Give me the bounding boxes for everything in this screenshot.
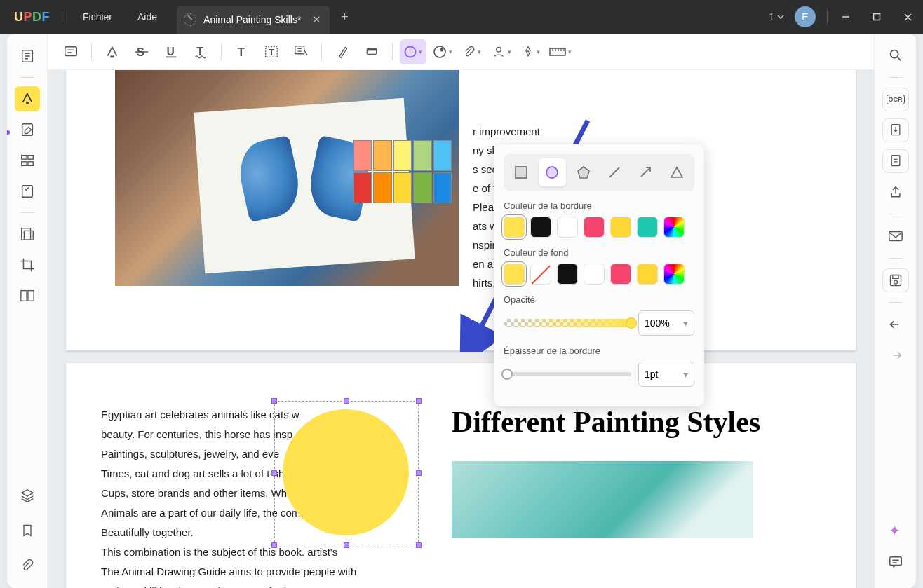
squiggly-tool[interactable]: T [187,39,214,64]
reader-mode-button[interactable] [15,43,40,69]
pencil-tool[interactable] [329,39,356,64]
convert-button[interactable] [882,118,909,142]
document-tab[interactable]: Animal Painting Skills* ✕ [177,6,330,34]
svg-rect-12 [65,46,77,55]
attach-tool[interactable]: ▾ [459,39,485,64]
svg-text:T: T [269,46,274,57]
document-image [452,461,753,538]
selected-circle-shape[interactable] [276,402,417,544]
textbox-tool[interactable]: T [258,39,285,64]
bookmark-button[interactable] [15,518,40,543]
callout-tool[interactable] [288,39,314,64]
ocr-page-button[interactable] [15,221,40,247]
maximize-button[interactable] [861,0,892,34]
highlight-tool[interactable] [99,39,126,64]
search-button[interactable] [882,43,909,67]
svg-line-33 [609,167,619,177]
svg-rect-41 [892,275,898,279]
new-tab-button[interactable]: + [330,10,360,25]
fill-swatch-none[interactable] [530,264,551,285]
border-swatch-yellow2[interactable] [610,217,631,238]
svg-rect-9 [24,231,33,240]
fill-swatch-black[interactable] [557,264,578,285]
svg-rect-11 [27,291,33,301]
border-swatch-black[interactable] [530,217,551,238]
underline-tool[interactable]: U [158,39,184,64]
organize-mode-button[interactable] [15,148,40,173]
border-swatch-yellow[interactable] [504,217,525,238]
fill-swatch-custom[interactable] [663,264,685,285]
svg-rect-22 [367,48,376,50]
close-window-button[interactable] [892,0,923,34]
border-swatch-white[interactable] [557,217,578,238]
shape-tool[interactable]: ▾ [400,39,426,64]
opacity-label: Opacité [504,294,694,305]
svg-point-36 [890,50,898,58]
share-button[interactable] [882,180,909,204]
user-avatar[interactable]: E [795,6,816,27]
shape-line[interactable] [601,158,628,186]
menu-file[interactable]: Fichier [70,11,125,22]
thickness-slider[interactable] [504,372,631,376]
svg-rect-13 [110,55,114,57]
close-tab-icon[interactable]: ✕ [312,13,321,26]
compare-button[interactable] [15,283,40,308]
eraser-tool[interactable] [358,39,385,64]
svg-point-24 [434,46,445,57]
svg-point-31 [546,167,558,178]
fill-color-label: Couleur de fond [504,247,694,258]
thickness-combo[interactable]: 1pt▾ [638,362,694,387]
stamp-tool[interactable]: ▾ [429,39,456,64]
comment-mode-button[interactable] [15,86,40,111]
shape-rectangle[interactable] [508,158,534,186]
svg-line-34 [641,169,649,177]
fill-swatch-yellow[interactable] [504,264,525,285]
border-color-label: Couleur de la bordure [504,200,694,211]
opacity-slider[interactable] [504,319,631,327]
svg-rect-28 [550,48,565,55]
opacity-combo[interactable]: 100%▾ [638,310,694,336]
border-swatch-teal[interactable] [637,217,658,238]
tab-count[interactable]: 1 [769,11,785,22]
ocr-button[interactable]: OCR [882,88,909,111]
fill-swatch-white[interactable] [584,264,605,285]
undo-button[interactable] [882,313,909,336]
note-tool[interactable] [58,39,84,64]
email-button[interactable] [882,224,909,248]
minimize-button[interactable] [830,0,861,34]
comments-panel-button[interactable] [882,550,909,574]
svg-rect-7 [22,186,32,198]
svg-marker-35 [671,167,682,177]
svg-text:U: U [167,45,175,57]
fill-swatch-yellow2[interactable] [637,264,658,285]
shape-polygon[interactable] [570,158,597,186]
svg-rect-20 [295,46,304,53]
layers-button[interactable] [15,483,40,508]
ruler-tool[interactable]: ▾ [547,39,574,64]
app-logo: UPDF [0,10,64,25]
ai-assistant-button[interactable] [882,519,909,543]
strikethrough-tool[interactable]: S [128,39,155,64]
border-swatch-red[interactable] [584,217,605,238]
redo-button[interactable] [882,343,909,367]
attachment-button[interactable] [15,553,40,578]
svg-rect-8 [21,228,30,240]
menu-help[interactable]: Aide [125,11,170,22]
text-tool[interactable]: T [229,39,255,64]
form-mode-button[interactable] [15,179,40,204]
svg-text:T: T [238,45,245,59]
svg-point-25 [440,48,444,51]
compress-button[interactable] [882,149,909,173]
shape-arrow[interactable] [632,158,659,186]
shape-oval[interactable] [539,158,565,186]
tab-doc-icon [184,13,196,26]
save-button[interactable] [882,268,909,292]
crop-button[interactable] [15,252,40,278]
edit-mode-button[interactable] [15,117,40,142]
svg-point-42 [894,280,897,284]
pen-tool[interactable]: ▾ [518,39,544,64]
signature-tool[interactable]: ▾ [488,39,515,64]
fill-swatch-red[interactable] [610,264,631,285]
shape-triangle[interactable] [663,158,690,186]
border-swatch-custom[interactable] [663,217,685,238]
